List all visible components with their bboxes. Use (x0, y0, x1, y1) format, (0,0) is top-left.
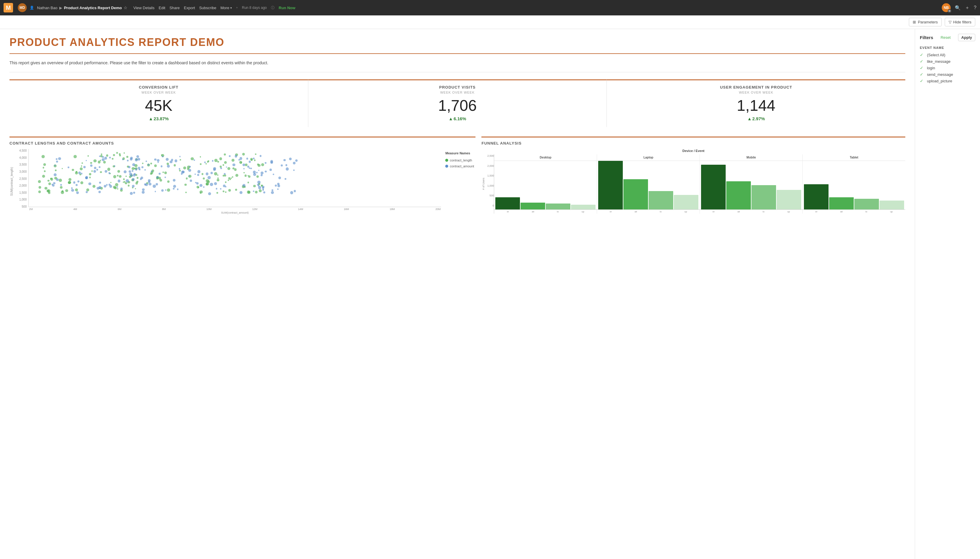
scatter-dot-blue (199, 184, 202, 187)
content-area: PRODUCT ANALYTICS REPORT DEMO This repor… (0, 29, 915, 559)
metric-card-visits: PRODUCT VISITS WEEK OVER WEEK 1,706 ▲6.1… (308, 79, 607, 127)
dot-separator: • (236, 5, 238, 10)
scatter-dot-green (242, 153, 245, 155)
hide-filters-button[interactable]: ▽ Hide filters (945, 18, 975, 26)
scatter-dot-blue (194, 159, 195, 161)
scatter-dot-green (43, 163, 46, 166)
scatter-dot-green (222, 190, 224, 192)
charts-row: CONTRACT LENGTHS AND CONTRACT AMOUNTS SU… (10, 137, 905, 214)
scatter-dot-blue (135, 168, 138, 170)
parameters-button[interactable]: ⊞ Parameters (909, 18, 942, 26)
search-icon[interactable]: 🔍 (955, 5, 961, 11)
scatter-dot-blue (224, 173, 225, 174)
scatter-dot-blue (159, 173, 161, 175)
scatter-dot-blue (73, 181, 76, 184)
breadcrumb: Nathan Bao ▶ Product Analytics Report De… (37, 5, 128, 10)
help-icon[interactable]: ? (974, 5, 977, 10)
scatter-dot-blue (166, 158, 169, 161)
scatter-dot-green (142, 163, 143, 164)
scatter-dot-blue (249, 167, 250, 169)
funnel-chart-panel: FUNNEL ANALYSIS Device / Event # of User… (481, 137, 905, 214)
scatter-dot-green (167, 189, 170, 192)
scatter-dot-blue (164, 177, 166, 178)
scatter-dot-green (93, 185, 95, 188)
scatter-dot-blue (197, 170, 201, 173)
scatter-dot-blue (270, 161, 273, 164)
scatter-dot-green (126, 156, 128, 158)
scatter-chart-title: CONTRACT LENGTHS AND CONTRACT AMOUNTS (10, 141, 476, 146)
scatter-dot-blue (279, 177, 281, 179)
scatter-dot-blue (196, 182, 199, 185)
export-link[interactable]: Export (184, 6, 195, 10)
scatter-dot-blue (154, 159, 156, 160)
subscribe-link[interactable]: Subscribe (199, 6, 216, 10)
scatter-dot-green (38, 190, 41, 193)
filter-item-upload-picture[interactable]: ✓ upload_picture (920, 78, 975, 83)
filter-item-select-all[interactable]: ✓ (Select All) (920, 53, 975, 57)
scatter-dot-green (125, 176, 126, 177)
scatter-dot-green (68, 181, 71, 184)
scatter-dot-green (68, 178, 71, 181)
sliders-icon: ⊞ (913, 20, 916, 24)
scatter-dot-blue (260, 155, 262, 157)
scatter-dot-blue (81, 173, 83, 174)
scatter-dot-green (225, 181, 227, 183)
scatter-dot-blue (207, 176, 211, 179)
scatter-dot-green (81, 165, 83, 167)
scatter-y-ticks: 4,500 4,000 3,500 3,000 2,500 2,000 1,50… (15, 149, 27, 214)
share-link[interactable]: Share (169, 6, 180, 10)
view-details-link[interactable]: View Details (133, 6, 154, 10)
legend-item-contract-amount: contract_amount (445, 164, 476, 168)
add-icon[interactable]: ＋ (965, 5, 970, 11)
filter-item-like-message[interactable]: ✓ like_message (920, 59, 975, 64)
scatter-dot-blue (106, 184, 108, 185)
scatter-dot-blue (242, 164, 245, 167)
scatter-dot-green (240, 162, 242, 164)
filter-icon: ▽ (948, 20, 952, 24)
up-arrow-1: ▲ (448, 116, 453, 121)
more-link[interactable]: More▾ (221, 6, 232, 10)
scatter-dot-blue (271, 191, 274, 194)
app-logo[interactable]: M (3, 3, 13, 12)
scatter-dot-green (179, 170, 181, 172)
filter-reset-button[interactable]: Reset (940, 35, 951, 40)
scatter-dot-blue (118, 180, 121, 182)
current-user-avatar[interactable]: NB ✏ (942, 3, 951, 12)
scatter-dot-blue (130, 192, 133, 195)
scatter-dot-blue (56, 179, 59, 181)
check-icon-4: ✓ (920, 78, 925, 83)
scatter-dot-blue (132, 170, 133, 172)
filter-item-send-message[interactable]: ✓ send_message (920, 72, 975, 77)
desc-divider (10, 72, 905, 72)
metric-card-conversion: CONVERSION LIFT WEEK OVER WEEK 45K ▲23.8… (10, 79, 308, 127)
scatter-dot-green (235, 189, 237, 191)
scatter-dot-blue (253, 190, 254, 192)
scatter-dot-blue (133, 192, 135, 194)
bar-mobile-er (701, 165, 726, 210)
scatter-dot-blue (260, 174, 263, 176)
scatter-x-axis-label: SUM(contract_amount) (28, 211, 441, 214)
run-now-button[interactable]: Run Now (279, 6, 295, 10)
scatter-dot-green (75, 189, 78, 191)
scatter-dot-blue (210, 183, 213, 186)
scatter-dot-blue (56, 158, 58, 160)
scatter-dot-green (232, 167, 234, 169)
filter-apply-button[interactable]: Apply (958, 34, 975, 41)
user-avatar[interactable]: MD (18, 3, 27, 12)
metric-value-2: 1,144 (613, 98, 899, 113)
scatter-dot-green (88, 155, 89, 157)
scatter-dot-green (89, 173, 91, 175)
filter-item-login[interactable]: ✓ login (920, 66, 975, 70)
star-icon[interactable]: ☆ (124, 5, 128, 10)
scatter-dot-green (230, 177, 232, 179)
edit-link[interactable]: Edit (159, 6, 165, 10)
scatter-dot-blue (140, 178, 142, 180)
scatter-dot-green (197, 186, 199, 189)
scatter-dot-green (164, 172, 167, 174)
scatter-dot-blue (212, 160, 214, 162)
scatter-dot-green (73, 155, 77, 158)
funnel-chart-area: # of Users 2,500 2,000 1,500 1,000 500 0 (481, 154, 905, 213)
scatter-dot-green (124, 152, 125, 154)
scatter-dot-blue (78, 172, 81, 174)
scatter-dot-blue (249, 160, 251, 163)
